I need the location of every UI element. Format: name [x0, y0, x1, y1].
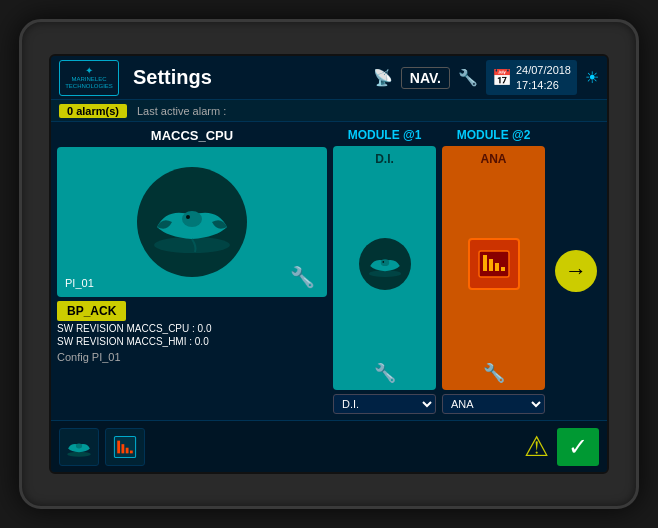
cpu-info: BP_ACK SW REVISION MACCS_CPU : 0.0 SW RE… — [57, 301, 327, 347]
cpu-display: 🔧 PI_01 — [57, 147, 327, 297]
alarm-bar: 0 alarm(s) Last active alarm : — [51, 100, 607, 122]
nav-button[interactable]: NAV. — [401, 67, 450, 89]
bottom-icon-gauge[interactable] — [105, 428, 145, 466]
brightness-icon[interactable]: ☀ — [585, 68, 599, 87]
svg-point-3 — [368, 270, 400, 277]
module2-panel: MODULE @2 ANA — [442, 128, 545, 414]
bottom-bar: ⚠ ✓ — [51, 420, 607, 472]
page-title: Settings — [125, 66, 367, 89]
confirm-button[interactable]: ✓ — [557, 428, 599, 466]
module2-icon — [468, 238, 520, 290]
bottom-manta-icon — [65, 436, 93, 458]
module1-type: D.I. — [375, 152, 394, 166]
bottom-gauge-icon — [113, 433, 137, 461]
module2-type: ANA — [481, 152, 507, 166]
module2-display: ANA 🔧 — [442, 146, 545, 390]
pi-label: PI_01 — [65, 277, 94, 289]
date-display: 24/07/2018 — [516, 63, 571, 77]
module1-select[interactable]: D.I. ANA DIO CNT — [333, 394, 436, 414]
time-display: 17:14:26 — [516, 78, 571, 92]
svg-rect-16 — [126, 447, 129, 453]
cpu-circle — [137, 167, 247, 277]
header: ✦ MARINELECTECHNOLOGIES Settings 📡 NAV. … — [51, 56, 607, 100]
bottom-icon-manta[interactable] — [59, 428, 99, 466]
svg-rect-17 — [130, 450, 133, 453]
manta-ray-icon — [147, 187, 237, 257]
screen: ✦ MARINELECTECHNOLOGIES Settings 📡 NAV. … — [49, 54, 609, 474]
datetime-block: 📅 24/07/2018 17:14:26 — [486, 60, 577, 95]
arrow-panel: → — [551, 128, 601, 414]
left-panel: MACCS_CPU — [57, 128, 327, 414]
modules-row: MODULE @1 D.I. 🔧 — [333, 128, 601, 414]
calendar-icon: 📅 — [492, 68, 512, 87]
module1-icon — [359, 238, 411, 290]
svg-rect-15 — [121, 444, 124, 453]
svg-point-12 — [76, 443, 82, 448]
module1-manta-icon — [366, 249, 404, 279]
module2-title: MODULE @2 — [442, 128, 545, 142]
svg-point-1 — [182, 211, 202, 227]
warning-icon[interactable]: ⚠ — [524, 430, 549, 463]
bp-ack-button[interactable]: BP_ACK — [57, 301, 126, 321]
svg-point-11 — [67, 451, 91, 456]
wifi-icon: 📡 — [373, 68, 393, 87]
module1-panel: MODULE @1 D.I. 🔧 — [333, 128, 436, 414]
svg-point-4 — [380, 259, 388, 266]
datetime-text: 24/07/2018 17:14:26 — [516, 63, 571, 92]
svg-rect-9 — [495, 263, 499, 271]
tools-icon: 🔧 — [458, 68, 478, 87]
gauge-icon — [477, 247, 511, 281]
next-arrow-button[interactable]: → — [555, 250, 597, 292]
svg-rect-14 — [117, 440, 120, 453]
main-content: MACCS_CPU — [51, 122, 607, 420]
module2-tools-icon: 🔧 — [483, 362, 505, 384]
svg-rect-10 — [501, 267, 505, 271]
module2-select[interactable]: ANA D.I. DIO CNT — [442, 394, 545, 414]
logo-star: ✦ — [65, 65, 113, 76]
module1-display: D.I. 🔧 — [333, 146, 436, 390]
alarm-count: 0 alarm(s) — [59, 104, 127, 118]
config-label: Config PI_01 — [57, 351, 327, 363]
logo: ✦ MARINELECTECHNOLOGIES — [59, 60, 119, 96]
device-shell: ✦ MARINELECTECHNOLOGIES Settings 📡 NAV. … — [19, 19, 639, 509]
svg-rect-7 — [483, 255, 487, 271]
modules-area: MODULE @1 D.I. 🔧 — [333, 128, 601, 414]
bottom-right-icons: ⚠ ✓ — [524, 428, 599, 466]
header-icons: 📡 NAV. 🔧 📅 24/07/2018 17:14:26 ☀ — [373, 60, 599, 95]
sw-revision-cpu: SW REVISION MACCS_CPU : 0.0 — [57, 323, 327, 334]
tools-overlay-icon: 🔧 — [290, 265, 315, 289]
svg-point-5 — [382, 261, 384, 263]
module1-tools-icon: 🔧 — [374, 362, 396, 384]
last-active-label: Last active alarm : — [137, 105, 226, 117]
svg-rect-8 — [489, 259, 493, 271]
cpu-title: MACCS_CPU — [57, 128, 327, 143]
logo-text: MARINELECTECHNOLOGIES — [65, 76, 113, 90]
sw-revision-hmi: SW REVISION MACCS_HMI : 0.0 — [57, 336, 327, 347]
svg-point-2 — [186, 215, 190, 219]
bottom-left-icons — [59, 428, 145, 466]
module1-title: MODULE @1 — [333, 128, 436, 142]
